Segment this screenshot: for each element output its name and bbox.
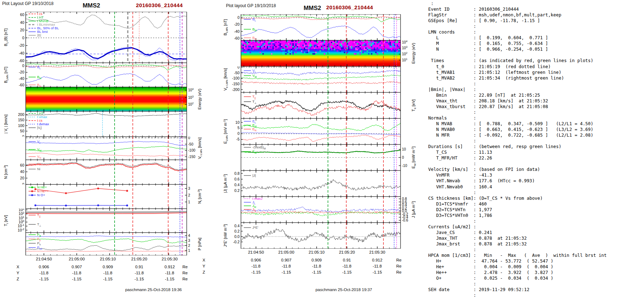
svg-text:3: 3	[188, 187, 190, 190]
svg-text:10: 10	[235, 120, 240, 124]
middle-figure-blmn-panel: 0-20-40-60BLMN [nT]BLBMBN	[195, 14, 430, 40]
svg-text:-11.8: -11.8	[72, 271, 81, 275]
svg-text:-40: -40	[19, 76, 24, 81]
svg-text:-0.6: -0.6	[402, 218, 408, 222]
svg-text:101: 101	[402, 57, 407, 62]
svg-text:-11.8: -11.8	[342, 264, 351, 268]
svg-text:BLMN [nT]: BLMN [nT]	[4, 67, 9, 83]
svg-text:J*E': J*E'	[252, 225, 258, 229]
svg-text:21:05:00: 21:05:00	[278, 250, 295, 254]
svg-text:0.906: 0.906	[251, 258, 261, 262]
svg-text:0.909: 0.909	[311, 258, 322, 262]
svg-text:40: 40	[20, 169, 24, 174]
svg-text:102: 102	[188, 102, 193, 106]
svg-text:21:05:30: 21:05:30	[162, 257, 178, 261]
svg-text:21:05:00: 21:05:00	[69, 257, 85, 261]
svg-text:0.2: 0.2	[234, 229, 240, 233]
svg-text:-20: -20	[19, 43, 24, 47]
svg-text:21:04:50: 21:04:50	[248, 250, 264, 254]
svg-text:0: 0	[237, 15, 240, 20]
svg-text:-1.15: -1.15	[135, 277, 144, 281]
svg-text:Re: Re	[396, 270, 402, 274]
svg-text:|J| [µA m-2]: |J| [µA m-2]	[223, 174, 227, 193]
svg-text:-1.15: -1.15	[103, 277, 112, 281]
svg-text:3: 3	[188, 239, 190, 243]
svg-text:-200: -200	[232, 87, 240, 92]
svg-text:-60: -60	[19, 59, 24, 63]
svg-text:Ni: Ni	[37, 167, 40, 171]
middle-figure-elmn-panel: 1050-5ELMN [mV m-1]ELEMEN	[195, 118, 430, 144]
svg-text:0.909: 0.909	[103, 265, 113, 269]
svg-text:N He+: N He+	[37, 185, 47, 189]
svg-text:J [µA m-2]: J [µA m-2]	[411, 201, 416, 218]
screen: Plot Layout GP 19/10/2018 MMS2 20160306_…	[0, 0, 644, 300]
svg-text:0.91: 0.91	[343, 258, 351, 262]
svg-text:0.906: 0.906	[39, 265, 49, 269]
svg-text:5: 5	[237, 126, 240, 130]
spacecraft-title-middle: MMS2	[303, 5, 321, 12]
left-figure-ti-panel: 10310210110010-110-2Ti [eV]T||T⊥	[0, 209, 202, 233]
svg-text:|J|: |J|	[252, 173, 256, 177]
svg-text:EM [mW m-2]: EM [mW m-2]	[411, 147, 417, 169]
svg-text:0.912: 0.912	[372, 258, 382, 262]
svg-text:-5: -5	[236, 137, 240, 141]
left-figure-panels: 6040200-20-40-60BL,|B| [nT]t cst HTt MVA…	[0, 12, 202, 283]
svg-text:BL,|B| [nT]: BL,|B| [nT]	[4, 29, 9, 46]
svg-text:0.907: 0.907	[281, 258, 292, 262]
svg-text:Energy (eV): Energy (eV)	[411, 43, 416, 64]
svg-text:2: 2	[188, 244, 190, 248]
svg-text:0: 0	[402, 156, 404, 159]
svg-text:BLMN [nT]: BLMN [nT]	[223, 19, 228, 35]
left-figure-density-panel: 6040200N [cm-3]NeNi	[0, 160, 202, 184]
svg-text:0: 0	[237, 131, 240, 136]
svg-text:0: 0	[22, 36, 24, 40]
svg-text:-11.8: -11.8	[39, 271, 48, 275]
svg-text:0: 0	[22, 63, 24, 68]
svg-text:-50: -50	[188, 142, 193, 146]
svg-text:-1.15: -1.15	[373, 270, 382, 274]
svg-text:0.6: 0.6	[234, 177, 240, 181]
svg-text:21:05:20: 21:05:20	[339, 250, 355, 254]
svg-text:21:05:10: 21:05:10	[100, 257, 116, 261]
svg-text:| Vi | [km/s]: | Vi | [km/s]	[4, 115, 9, 133]
svg-text:-10: -10	[402, 164, 407, 168]
svg-text:-40: -40	[19, 51, 24, 55]
svg-text:Ti [eV]: Ti [eV]	[4, 215, 9, 226]
svg-text:-0.2: -0.2	[233, 240, 240, 244]
middle-figure: Plot layout GP 19/10/2018 MMS2 20160306_…	[195, 0, 430, 300]
svg-text:21:05:10: 21:05:10	[308, 250, 324, 254]
svg-text:0.4: 0.4	[234, 224, 240, 228]
svg-text:21:05:20: 21:05:20	[131, 257, 147, 261]
middle-figure-velmn-panel: 0-50-100-150-200Ve LMN [km/s]VLVM	[195, 66, 430, 92]
svg-text:20: 20	[20, 28, 24, 32]
svg-text:102: 102	[402, 51, 407, 56]
plot-layout-label-left: Plot Layout GP 19/10/2018	[2, 1, 54, 6]
event-id-middle: 20160306_210444	[326, 4, 373, 10]
svg-text:0: 0	[22, 134, 24, 137]
svg-text:103: 103	[188, 95, 193, 100]
svg-text:-11.8: -11.8	[103, 271, 112, 275]
svg-text:-1.15: -1.15	[72, 277, 81, 281]
svg-text:0.912: 0.912	[165, 265, 175, 269]
middle-figure-em-comparison-panel: 100-10EM [mW m-2]-(VexB)MEM	[195, 144, 430, 171]
svg-text:-11.8: -11.8	[165, 271, 174, 275]
svg-text:Re: Re	[396, 264, 402, 268]
svg-text:2: 2	[188, 193, 190, 197]
plot-layout-label-middle: Plot layout GP 19/10/2018	[226, 3, 276, 8]
svg-text:0.2: 0.2	[234, 188, 240, 193]
svg-text:-11.8: -11.8	[282, 264, 291, 268]
svg-text:-100: -100	[232, 76, 240, 80]
svg-text:ELMN [mV m-1]: ELMN [mV m-1]	[223, 119, 228, 144]
svg-text:|B|: |B|	[37, 33, 41, 37]
svg-text:N He++: N He++	[37, 189, 49, 193]
svg-text:Te [eV]: Te [eV]	[411, 100, 417, 112]
credit-left: paschmann 25-Oct-2018 19:36	[107, 288, 200, 292]
middle-figure-jlmn-panel: 0.80.60.40.20.0-0.2-0.4-0.6J [µA m-2]t m…	[195, 197, 430, 223]
left-figure-bfield-bl-panel: 6040200-20-40-60BL,|B| [nT]t cst HTt MVA…	[0, 12, 202, 63]
svg-text:0: 0	[22, 182, 24, 185]
left-figure: Plot Layout GP 19/10/2018 MMS2 20160306_…	[0, 0, 202, 300]
middle-figure-jmag-panel: 0.80.60.40.2|J| [µA m-2]|J|	[195, 171, 430, 197]
svg-text:-150: -150	[232, 82, 240, 86]
svg-text:10: 10	[402, 147, 406, 151]
svg-text:40: 40	[20, 20, 24, 25]
